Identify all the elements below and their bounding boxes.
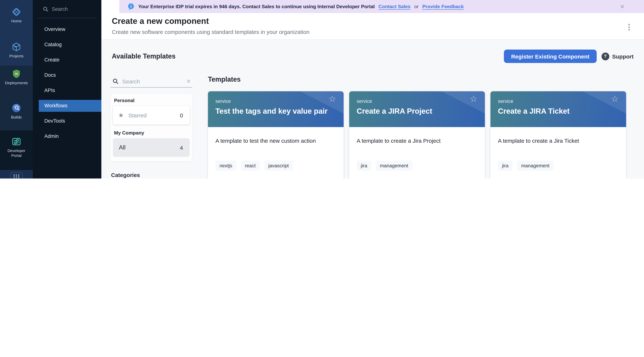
module-developer-portal[interactable]: Developer Portal: [0, 136, 33, 158]
personal-label: Personal: [114, 98, 190, 103]
starred-count: 0: [180, 112, 183, 118]
banner-conjunction: or: [414, 4, 418, 9]
contact-sales-link[interactable]: Contact Sales: [378, 4, 410, 9]
module-apps-grid-button[interactable]: [0, 172, 33, 178]
nav-item-devtools[interactable]: DevTools: [33, 113, 101, 128]
star-outline-icon[interactable]: ☆: [609, 94, 621, 104]
tag: jira: [357, 160, 372, 171]
svg-text:∞: ∞: [15, 71, 18, 76]
card-header: service Test the tags and key value pair…: [208, 91, 344, 127]
card-description: A template to create a Jira Project: [349, 127, 485, 145]
card-type: service: [216, 98, 231, 104]
module-label: Developer Portal: [4, 148, 28, 158]
module-rail: Home Projects ∞ Deployments Builds Devel…: [0, 0, 33, 178]
template-card: service Create a JIRA Project ☆ A templa…: [349, 91, 485, 178]
page-header: Your Enterprise IDP trial expires in 946…: [101, 0, 644, 40]
nav-item-admin[interactable]: Admin: [33, 128, 101, 144]
module-label: Home: [0, 19, 33, 24]
tag: management: [517, 160, 554, 171]
tag: jira: [498, 160, 513, 171]
templates-heading: Templates: [208, 76, 635, 84]
module-home[interactable]: Home: [0, 7, 33, 24]
nav-item-workflows[interactable]: Workflows: [39, 100, 101, 112]
app-window: Home Projects ∞ Deployments Builds Devel…: [0, 0, 644, 178]
card-type: service: [498, 98, 513, 104]
info-icon: [128, 3, 134, 10]
content-area: Available Templates Register Existing Co…: [101, 40, 644, 178]
banner-close-icon[interactable]: ✕: [618, 3, 627, 10]
provide-feedback-link[interactable]: Provide Feedback: [422, 4, 464, 9]
harness-home-icon: [11, 7, 22, 17]
nav-list: Overview Catalog Create Docs APIs Workfl…: [33, 22, 101, 144]
tag: nextjs: [216, 160, 236, 171]
all-count: 4: [180, 144, 183, 151]
nav-search-placeholder: Search: [52, 6, 68, 12]
card-header: service Create a JIRA Project ☆: [349, 91, 485, 127]
module-label: Deployments: [0, 80, 33, 85]
nav-item-overview[interactable]: Overview: [33, 22, 101, 37]
module-builds[interactable]: Builds: [0, 103, 33, 120]
filter-starred[interactable]: ★ Starred 0: [113, 106, 190, 124]
ownership-filter-card: Personal ★ Starred 0 My Company All 4: [110, 94, 192, 161]
main-area: Your Enterprise IDP trial expires in 946…: [101, 0, 644, 178]
tag: management: [376, 160, 412, 171]
templates-grid: service Test the tags and key value pair…: [208, 91, 635, 178]
page-subtitle: Create new software components using sta…: [112, 29, 310, 35]
filter-all[interactable]: All 4: [113, 138, 190, 157]
ci-pipeline-icon: [11, 103, 22, 113]
search-icon: [43, 6, 48, 12]
tag: javascript: [264, 160, 293, 171]
developer-portal-icon: [11, 136, 22, 147]
categories-label: Categories: [111, 172, 192, 178]
star-outline-icon[interactable]: ☆: [326, 94, 338, 104]
nav-item-create[interactable]: Create: [33, 52, 101, 68]
star-outline-icon[interactable]: ☆: [468, 94, 480, 104]
module-label: Projects: [0, 54, 33, 58]
card-tags: jira management: [498, 160, 554, 171]
card-tags: nextjs react javascript: [216, 160, 293, 171]
question-icon: ?: [601, 52, 609, 60]
templates-section: Templates service Test the tags and key …: [208, 76, 635, 178]
nav-search[interactable]: Search: [33, 0, 101, 18]
module-deployments[interactable]: ∞ Deployments: [0, 68, 33, 85]
support-label: Support: [612, 53, 634, 60]
divider: [37, 18, 97, 18]
template-search: ✕: [110, 75, 192, 88]
starred-label: Starred: [128, 112, 147, 118]
star-icon: ★: [118, 111, 124, 119]
kebab-menu-icon[interactable]: [627, 22, 631, 32]
search-icon: [112, 78, 118, 84]
card-title: Create a JIRA Project: [357, 107, 478, 116]
tag: react: [241, 160, 260, 171]
toolbar-actions: Register Existing Component ? Support: [504, 50, 634, 63]
template-card: service Create a JIRA Ticket ☆ A templat…: [490, 91, 626, 178]
card-title: Test the tags and key value pair: [216, 107, 336, 116]
template-card: service Test the tags and key value pair…: [208, 91, 344, 178]
card-tags: jira management: [357, 160, 412, 171]
banner-message: Your Enterprise IDP trial expires in 946…: [138, 4, 375, 9]
clear-search-icon[interactable]: ✕: [186, 79, 191, 84]
nav-item-docs[interactable]: Docs: [33, 68, 101, 83]
card-description: A template to test the new custom action: [208, 127, 344, 145]
my-company-label: My Company: [114, 130, 190, 136]
search-input[interactable]: [122, 78, 184, 85]
apps-grid-icon: [10, 172, 23, 178]
nav-item-catalog[interactable]: Catalog: [33, 37, 101, 52]
trial-banner: Your Enterprise IDP trial expires in 946…: [119, 0, 644, 13]
register-existing-component-button[interactable]: Register Existing Component: [504, 50, 596, 63]
cd-shield-icon: ∞: [11, 68, 22, 79]
support-button[interactable]: ? Support: [601, 52, 634, 60]
available-templates-heading: Available Templates: [112, 52, 176, 60]
cube-icon: [11, 42, 22, 52]
card-title: Create a JIRA Ticket: [498, 107, 619, 116]
module-projects[interactable]: Projects: [0, 42, 33, 58]
filter-panel: ✕ Personal ★ Starred 0 My Company All 4: [110, 75, 192, 178]
card-description: A template to create a Jira Ticket: [490, 127, 626, 145]
card-header: service Create a JIRA Ticket ☆: [490, 91, 626, 127]
all-label: All: [119, 144, 126, 151]
nav-item-apis[interactable]: APIs: [33, 83, 101, 98]
card-type: service: [357, 98, 372, 104]
nav-sidebar: Search Overview Catalog Create Docs APIs…: [33, 0, 101, 178]
page-title: Create a new component: [112, 16, 209, 26]
module-label: Builds: [0, 115, 33, 120]
